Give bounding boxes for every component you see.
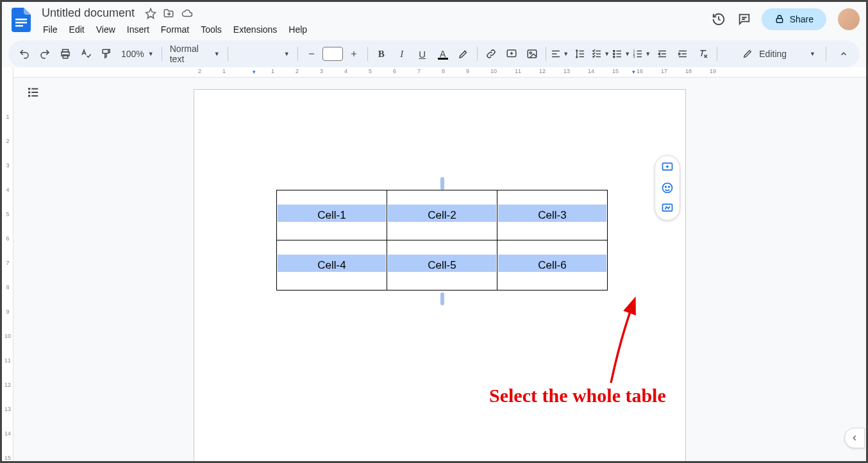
title-bar: Untitled document File Edit View Insert …	[2, 2, 866, 40]
editing-mode-dropdown[interactable]: Editing ▼	[736, 49, 822, 59]
table-cell[interactable]: Cell-1	[277, 190, 387, 240]
svg-point-22	[665, 187, 667, 188]
svg-point-11	[613, 50, 615, 51]
star-icon[interactable]	[145, 8, 156, 19]
italic-icon[interactable]: I	[392, 44, 412, 63]
selection-handle-bottom[interactable]	[440, 292, 444, 305]
menu-edit[interactable]: Edit	[64, 22, 90, 37]
add-comment-bubble-icon[interactable]	[661, 161, 674, 174]
undo-icon[interactable]	[15, 44, 34, 63]
menu-format[interactable]: Format	[156, 22, 194, 37]
svg-point-19	[29, 96, 30, 97]
increase-indent-icon[interactable]	[673, 44, 692, 63]
explore-panel-toggle-icon[interactable]	[844, 428, 865, 448]
svg-rect-0	[15, 19, 27, 21]
annotation-arrow	[608, 299, 646, 389]
table-cell[interactable]: Cell-3	[497, 190, 608, 240]
menu-bar: File Edit View Insert Format Tools Exten…	[38, 22, 710, 37]
text-color-icon[interactable]: A	[433, 44, 453, 63]
font-size-input[interactable]	[322, 47, 343, 61]
history-icon[interactable]	[710, 11, 727, 28]
side-action-bubble	[655, 155, 680, 221]
collapse-toolbar-icon[interactable]	[834, 44, 853, 63]
decrease-indent-icon[interactable]	[653, 44, 672, 63]
menu-insert[interactable]: Insert	[122, 22, 154, 37]
svg-rect-9	[528, 50, 537, 58]
menu-file[interactable]: File	[38, 22, 63, 37]
svg-rect-3	[776, 19, 782, 23]
toolbar: 100%▼ Normal text▼ ▼ B I U A ▼ ▼ ▼ 123▼	[8, 40, 860, 67]
menu-help[interactable]: Help	[283, 22, 312, 37]
content-table[interactable]: Cell-1Cell-2Cell-3Cell-4Cell-5Cell-6	[276, 190, 608, 290]
decrease-font-icon[interactable]	[302, 44, 321, 63]
table-cell[interactable]: Cell-2	[387, 190, 497, 240]
svg-point-17	[29, 88, 30, 90]
cloud-status-icon[interactable]	[181, 8, 192, 19]
redo-icon[interactable]	[35, 44, 54, 63]
svg-rect-2	[15, 25, 23, 27]
spellcheck-icon[interactable]	[76, 44, 96, 63]
bold-icon[interactable]: B	[372, 44, 391, 63]
add-emoji-bubble-icon[interactable]	[661, 181, 674, 194]
comments-icon[interactable]	[736, 11, 753, 28]
svg-point-18	[29, 92, 30, 93]
document-title[interactable]: Untitled document	[38, 6, 138, 21]
svg-text:3: 3	[633, 55, 635, 58]
table-cell[interactable]: Cell-6	[497, 240, 608, 290]
font-dropdown[interactable]: ▼	[232, 51, 294, 57]
svg-point-23	[669, 187, 670, 188]
indent-marker-right[interactable]: ▾	[632, 69, 635, 75]
menu-extensions[interactable]: Extensions	[228, 22, 282, 37]
highlight-icon[interactable]	[454, 44, 473, 63]
svg-point-10	[530, 52, 531, 54]
share-button[interactable]: Share	[762, 8, 826, 30]
document-page[interactable]: Cell-1Cell-2Cell-3Cell-4Cell-5Cell-6 Sel…	[194, 89, 686, 461]
table-cell[interactable]: Cell-5	[387, 240, 497, 290]
underline-icon[interactable]: U	[413, 44, 432, 63]
zoom-dropdown[interactable]: 100%▼	[117, 49, 158, 59]
menu-tools[interactable]: Tools	[196, 22, 227, 37]
docs-logo-icon[interactable]	[8, 7, 34, 33]
svg-rect-7	[103, 49, 108, 53]
indent-marker-left[interactable]: ▾	[253, 69, 256, 75]
annotation-text: Select the whole table	[489, 385, 666, 407]
line-spacing-icon[interactable]	[571, 44, 590, 63]
suggest-edit-bubble-icon[interactable]	[661, 202, 674, 215]
clear-formatting-icon[interactable]	[694, 44, 713, 63]
svg-point-13	[613, 56, 615, 57]
link-icon[interactable]	[481, 44, 501, 63]
insert-image-icon[interactable]	[522, 44, 542, 63]
numbered-list-icon[interactable]: 123▼	[632, 44, 651, 63]
bulleted-list-icon[interactable]: ▼	[612, 44, 631, 63]
document-outline-icon[interactable]	[26, 85, 40, 99]
add-comment-icon[interactable]	[502, 44, 521, 63]
paint-format-icon[interactable]	[97, 44, 116, 63]
svg-point-12	[613, 53, 615, 55]
svg-rect-1	[15, 22, 27, 24]
move-icon[interactable]	[163, 8, 174, 19]
share-label: Share	[790, 14, 814, 24]
selection-handle-top[interactable]	[440, 177, 444, 190]
style-dropdown[interactable]: Normal text▼	[166, 44, 224, 64]
print-icon[interactable]	[56, 44, 75, 63]
svg-point-21	[663, 183, 672, 193]
avatar[interactable]	[838, 8, 860, 30]
menu-view[interactable]: View	[91, 22, 121, 37]
horizontal-ruler: ▾ ▾ 2112345678910111213141516171819	[13, 67, 866, 78]
increase-font-icon[interactable]	[344, 44, 363, 63]
align-icon[interactable]: ▼	[550, 44, 569, 63]
table-cell[interactable]: Cell-4	[277, 240, 387, 290]
checklist-icon[interactable]: ▼	[591, 44, 610, 63]
